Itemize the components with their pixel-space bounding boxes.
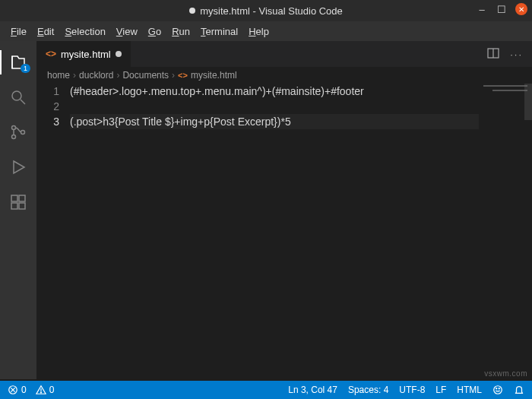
svg-point-16 (494, 386, 502, 394)
more-actions-icon[interactable]: ··· (510, 49, 523, 60)
menu-view[interactable]: View (112, 24, 142, 39)
code-line[interactable] (70, 99, 524, 114)
menu-selection[interactable]: Selection (60, 24, 109, 39)
crumb[interactable]: ducklord (79, 70, 113, 81)
watermark: vsxwm.com (484, 369, 527, 378)
tab-label: mysite.html (61, 49, 111, 60)
crumb[interactable]: home (47, 70, 70, 81)
line-number: 2 (36, 99, 59, 114)
run-debug-icon[interactable] (0, 152, 36, 182)
extensions-icon[interactable] (0, 187, 36, 217)
html-file-icon: <> (178, 71, 188, 80)
status-warnings[interactable]: 0 (36, 385, 55, 395)
search-icon[interactable] (0, 82, 36, 112)
tab-actions: ··· (487, 41, 532, 67)
activity-bar: 1 (0, 41, 36, 379)
code-line[interactable]: (.post>h3{Post Title $}+img+p{Post Excer… (70, 114, 524, 129)
source-control-icon[interactable] (0, 117, 36, 147)
svg-rect-5 (11, 195, 17, 201)
menubar: File Edit Selection View Go Run Terminal… (0, 21, 532, 41)
svg-rect-8 (19, 203, 25, 209)
html-file-icon: <> (46, 49, 56, 59)
minimap[interactable] (479, 84, 532, 379)
editor-area: <> mysite.html ··· home› ducklord› Docum… (36, 41, 532, 379)
maximize-button[interactable]: ☐ (496, 3, 508, 15)
main: 1 <> mysite.html ··· (0, 41, 532, 379)
titlebar: mysite.html - Visual Studio Code – ☐ ✕ (0, 0, 532, 21)
status-cursor[interactable]: Ln 3, Col 47 (288, 385, 337, 395)
code-editor[interactable]: 1 2 3 (#header>.logo+.menu.top+.menu.mai… (36, 84, 532, 379)
explorer-icon[interactable]: 1 (0, 47, 36, 78)
minimize-button[interactable]: – (476, 3, 488, 15)
svg-point-18 (499, 388, 499, 389)
code-line[interactable]: (#header>.logo+.menu.top+.menu.main^)+(#… (70, 84, 524, 99)
svg-point-4 (21, 131, 25, 135)
menu-edit[interactable]: Edit (33, 24, 59, 39)
svg-rect-7 (11, 203, 17, 209)
chevron-right-icon: › (73, 70, 76, 81)
svg-point-17 (496, 388, 497, 389)
svg-point-2 (12, 126, 16, 130)
status-bar: 0 0 Ln 3, Col 47 Spaces: 4 UTF-8 LF HTML (0, 381, 532, 399)
menu-run[interactable]: Run (167, 24, 195, 39)
modified-dot-icon (189, 8, 195, 14)
chevron-right-icon: › (116, 70, 119, 81)
title-text: mysite.html - Visual Studio Code (200, 5, 343, 17)
svg-line-1 (21, 100, 25, 104)
menu-file[interactable]: File (6, 24, 31, 39)
code-lines[interactable]: (#header>.logo+.menu.top+.menu.main^)+(#… (70, 84, 532, 379)
breadcrumb[interactable]: home› ducklord› Documents› <> mysite.htm… (36, 67, 532, 84)
tab-bar: <> mysite.html ··· (36, 41, 532, 67)
crumb[interactable]: mysite.html (191, 70, 237, 81)
menu-terminal[interactable]: Terminal (196, 24, 242, 39)
status-errors[interactable]: 0 (8, 385, 27, 395)
status-encoding[interactable]: UTF-8 (399, 385, 425, 395)
status-spaces[interactable]: Spaces: 4 (348, 385, 388, 395)
line-number: 3 (36, 114, 59, 129)
tab-modified-icon (116, 51, 122, 57)
close-button[interactable]: ✕ (515, 3, 527, 15)
svg-point-3 (12, 135, 16, 139)
split-editor-icon[interactable] (487, 47, 499, 62)
svg-rect-6 (19, 195, 25, 201)
explorer-badge: 1 (21, 64, 30, 73)
gutter: 1 2 3 (36, 84, 70, 379)
window-title: mysite.html - Visual Studio Code (189, 5, 343, 17)
svg-point-0 (12, 91, 21, 100)
window-controls: – ☐ ✕ (476, 3, 527, 15)
scrollbar-thumb[interactable] (524, 84, 532, 120)
menu-go[interactable]: Go (144, 24, 166, 39)
chevron-right-icon: › (172, 70, 175, 81)
feedback-icon[interactable] (492, 385, 503, 395)
line-number: 1 (36, 84, 59, 99)
status-eol[interactable]: LF (435, 385, 446, 395)
tab-mysite[interactable]: <> mysite.html (36, 41, 131, 67)
notifications-icon[interactable] (514, 385, 524, 395)
svg-point-15 (40, 392, 41, 393)
menu-help[interactable]: Help (244, 24, 274, 39)
crumb[interactable]: Documents (122, 70, 169, 81)
status-language[interactable]: HTML (457, 385, 482, 395)
